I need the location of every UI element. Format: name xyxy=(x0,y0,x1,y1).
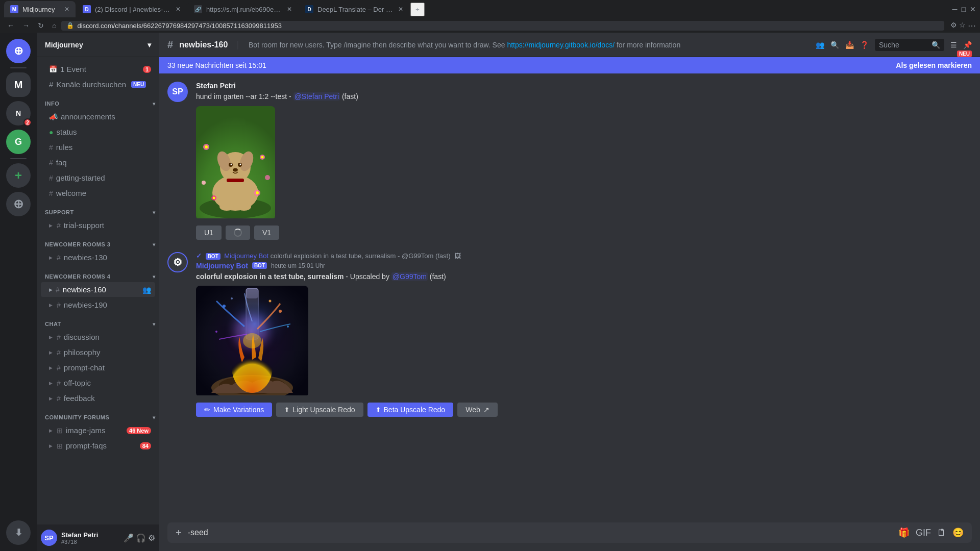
mark-read-button[interactable]: Als gelesen markieren xyxy=(896,61,972,69)
home-button[interactable]: ⌂ xyxy=(49,20,59,31)
minimize-button[interactable]: ─ xyxy=(952,5,958,13)
channel-welcome[interactable]: # welcome xyxy=(41,186,155,201)
message-input[interactable] xyxy=(188,522,892,543)
server-icon-midjourney[interactable]: M xyxy=(6,72,31,97)
pin-icon[interactable]: 📌 xyxy=(963,41,972,49)
browse-channels-item[interactable]: # Kanäle durchsuchen NEU xyxy=(41,77,155,92)
channel-feedback[interactable]: # feedback xyxy=(41,391,155,406)
deafen-icon[interactable]: 🎧 xyxy=(136,533,146,543)
new-tab-button[interactable]: + xyxy=(410,3,425,16)
tab-midjourney[interactable]: M Midjourney ✕ xyxy=(4,1,76,17)
threads-icon[interactable]: ☰ xyxy=(950,41,957,49)
make-variations-button[interactable]: ✏ Make Variations xyxy=(196,403,272,417)
tab-deepl[interactable]: D DeepL Translate – Der präziseste... ✕ xyxy=(299,1,409,17)
help-icon[interactable]: ❓ xyxy=(860,41,869,49)
section-community-arrow[interactable]: ▾ xyxy=(153,415,156,420)
channel-prompt-faqs[interactable]: ⊞ prompt-faqs 84 xyxy=(41,438,155,453)
channel-announcements[interactable]: 📣 announcements xyxy=(41,109,155,124)
tab-close-1[interactable]: ✕ xyxy=(64,6,69,13)
attachment-button[interactable]: + xyxy=(176,527,182,539)
section-support-arrow[interactable]: ▾ xyxy=(153,210,156,215)
emoji-icon[interactable]: 😊 xyxy=(952,527,964,538)
image-icon-context[interactable]: 🖼 xyxy=(454,252,461,260)
user-area: SP Stefan Petri #3718 🎤 🎧 ⚙ xyxy=(37,524,159,551)
restore-button[interactable]: □ xyxy=(962,5,966,13)
server-icon-green[interactable]: G xyxy=(6,130,31,154)
settings-icon[interactable]: ⚙ xyxy=(148,533,155,543)
channel-feedback-label: feedback xyxy=(64,394,95,403)
tab-close-4[interactable]: ✕ xyxy=(398,6,403,13)
channel-search-box[interactable]: Suche 🔍 xyxy=(875,39,944,51)
event-icon: 📅 xyxy=(49,65,57,73)
channel-status[interactable]: ● status xyxy=(41,124,155,139)
section-info-arrow[interactable]: ▾ xyxy=(153,101,156,107)
channel-description: Bot room for new users. Type /imagine th… xyxy=(249,41,810,49)
beta-upscale-label: Beta Upscale Redo xyxy=(384,406,446,414)
sidebar-header[interactable]: Midjourney ▾ xyxy=(37,33,159,57)
gift-icon[interactable]: 🎁 xyxy=(898,527,910,538)
light-upscale-redo-button[interactable]: ⬆ Light Upscale Redo xyxy=(276,403,363,417)
sticker-icon[interactable]: 🗒 xyxy=(937,528,946,538)
bot-name-context[interactable]: Midjourney Bot xyxy=(224,252,268,260)
message-author-1[interactable]: Stefan Petri xyxy=(196,82,236,90)
external-link-icon: ↗ xyxy=(483,406,489,414)
channel-faq[interactable]: # faq xyxy=(41,155,155,170)
svg-point-9 xyxy=(240,163,241,165)
beta-upscale-redo-button[interactable]: ⬆ Beta Upscale Redo xyxy=(368,403,454,417)
channel-off-topic[interactable]: # off-topic xyxy=(41,375,155,390)
channel-newbies-160[interactable]: ▶ # newbies-160 👥 xyxy=(41,282,155,297)
section-newcomer3-arrow[interactable]: ▾ xyxy=(153,242,156,247)
bookmark-icon[interactable]: ☆ xyxy=(959,21,966,31)
members-icon[interactable]: 👥 xyxy=(816,41,824,49)
channel-discussion[interactable]: # discussion xyxy=(41,330,155,344)
channel-newbies-130[interactable]: # newbies-130 xyxy=(41,250,155,265)
refresh-button[interactable]: ↻ xyxy=(35,20,47,31)
messages-area[interactable]: SP Stefan Petri hund im garten --ar 1:2 … xyxy=(159,73,980,522)
channel-faq-label: faq xyxy=(56,158,67,167)
server-icon-discord[interactable]: ⊕ xyxy=(6,39,31,63)
tab-close-2[interactable]: ✕ xyxy=(176,6,181,13)
newbies160-expand-icon: ▶ xyxy=(49,287,53,292)
user-tag: #3718 xyxy=(61,539,98,545)
address-bar[interactable]: 🔒 discord.com/channels/66226797698429747… xyxy=(61,21,944,31)
more-icon[interactable]: ⋯ xyxy=(968,21,976,31)
reload-button[interactable] xyxy=(226,226,250,240)
sidebar-content: 📅 1 Event 1 # Kanäle durchsuchen NEU INF… xyxy=(37,57,159,524)
channel-trial-support[interactable]: # trial-support xyxy=(41,218,155,233)
events-item[interactable]: 📅 1 Event 1 xyxy=(41,62,155,77)
mute-icon[interactable]: 🎤 xyxy=(124,533,134,543)
section-chat-arrow[interactable]: ▾ xyxy=(153,321,156,327)
channel-prompt-chat[interactable]: # prompt-chat xyxy=(41,360,155,375)
prompt-chat-hash-icon: # xyxy=(57,364,61,372)
channel-image-jams[interactable]: ⊞ image-jams 46 New xyxy=(41,423,155,438)
web-button[interactable]: Web ↗ xyxy=(457,403,498,417)
channel-rules[interactable]: # rules xyxy=(41,140,155,155)
mention-1: @Stefan Petri xyxy=(293,92,340,101)
section-info: INFO ▾ xyxy=(37,92,159,109)
message-author-2[interactable]: Midjourney Bot xyxy=(196,262,248,270)
forward-button[interactable]: → xyxy=(19,20,33,31)
close-browser-button[interactable]: ✕ xyxy=(970,5,976,13)
section-newcomer4-arrow[interactable]: ▾ xyxy=(153,274,156,280)
add-server-button[interactable]: + xyxy=(6,163,31,188)
inbox-icon[interactable]: 📥 xyxy=(845,41,854,49)
tab-link[interactable]: 🔗 https://s.mj.run/eb690e50-cb24-... ✕ xyxy=(188,1,298,17)
search-icon[interactable]: 🔍 xyxy=(830,41,839,49)
channel-header-link[interactable]: https://midjourney.gitbook.io/docs/ xyxy=(507,41,615,49)
explore-servers-button[interactable]: ⊕ xyxy=(6,192,31,216)
fast-context: (fast) xyxy=(435,252,451,260)
channel-getting-started[interactable]: # getting-started xyxy=(41,170,155,185)
channel-philosophy[interactable]: # philosophy xyxy=(41,345,155,360)
tab-discord[interactable]: D (2) Discord | #newbies-160 | Mid... ✕ xyxy=(77,1,187,17)
svg-point-32 xyxy=(223,305,226,308)
back-button[interactable]: ← xyxy=(4,20,17,31)
tab-close-3[interactable]: ✕ xyxy=(287,6,292,13)
download-icon[interactable]: ⬇ xyxy=(6,520,31,545)
server-icon-notif[interactable]: N 2 xyxy=(6,101,31,126)
gif-icon[interactable]: GIF xyxy=(916,528,931,538)
u1-button[interactable]: U1 xyxy=(196,226,222,240)
server-icon-notif-label: N xyxy=(16,109,21,117)
v1-button[interactable]: V1 xyxy=(254,226,279,240)
channel-newbies-190[interactable]: # newbies-190 xyxy=(41,297,155,312)
extensions-icon[interactable]: ⚙ xyxy=(950,21,957,31)
